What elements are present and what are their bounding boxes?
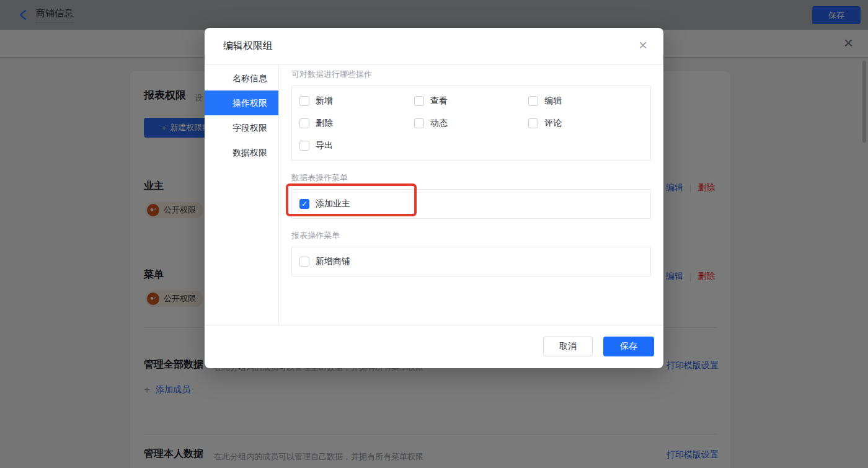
checkbox[interactable]: [414, 118, 424, 128]
checkbox-item[interactable]: 新增商铺: [299, 255, 643, 268]
checkbox-item[interactable]: 新增: [299, 94, 414, 108]
checkbox[interactable]: [299, 96, 309, 106]
modal-content: 可对数据进行哪些操作 新增 查看: [279, 65, 663, 325]
checkbox-item[interactable]: 动态: [414, 117, 529, 130]
modal-footer: 取消 保存: [205, 325, 663, 368]
modal-tab-list: 名称信息 操作权限 字段权限 数据权限: [205, 65, 279, 325]
checkbox-item[interactable]: 添加业主: [299, 197, 643, 211]
modal-body: 名称信息 操作权限 字段权限 数据权限 可对数据进行哪些操作: [205, 65, 663, 325]
modal-tab[interactable]: 数据权限: [205, 140, 278, 165]
checkbox[interactable]: [299, 141, 309, 151]
edit-permission-group-modal: 编辑权限组 × 名称信息 操作权限 字段权限: [205, 28, 663, 368]
modal-title: 编辑权限组: [223, 40, 273, 53]
checkbox-item[interactable]: 评论: [528, 117, 643, 130]
checkbox[interactable]: [528, 96, 538, 106]
table-menu-section-label: 数据表操作菜单: [291, 172, 651, 183]
operations-section-label: 可对数据进行哪些操作: [291, 69, 651, 80]
checkbox[interactable]: [414, 96, 424, 106]
checkbox-item[interactable]: 导出: [299, 139, 414, 152]
checkbox[interactable]: [299, 118, 309, 128]
cancel-button[interactable]: 取消: [543, 337, 593, 356]
modal-close-icon[interactable]: ×: [639, 36, 647, 55]
report-menu-section-label: 报表操作菜单: [291, 230, 651, 241]
modal-header: 编辑权限组 ×: [205, 28, 663, 65]
checkbox[interactable]: [299, 257, 309, 267]
modal-tab[interactable]: 操作权限: [205, 91, 278, 115]
checkbox-item[interactable]: 编辑: [528, 94, 643, 108]
checkbox-item[interactable]: 查看: [414, 94, 529, 108]
save-button[interactable]: 保存: [603, 337, 654, 356]
checkbox[interactable]: [299, 199, 309, 209]
operations-checkbox-group: 新增 查看 编辑: [291, 86, 651, 161]
checkbox-item[interactable]: 删除: [299, 117, 414, 130]
report-menu-checkbox-group: 新增商铺: [291, 247, 651, 276]
modal-tab[interactable]: 名称信息: [205, 66, 278, 91]
screen: 商铺信息 保存 × 报表权限 设 + 新建权限组 业主 公开权限 | 编辑 |: [0, 0, 868, 468]
modal-tab[interactable]: 字段权限: [205, 115, 278, 140]
checkbox[interactable]: [528, 118, 538, 128]
table-menu-checkbox-group: 添加业主: [291, 189, 651, 219]
